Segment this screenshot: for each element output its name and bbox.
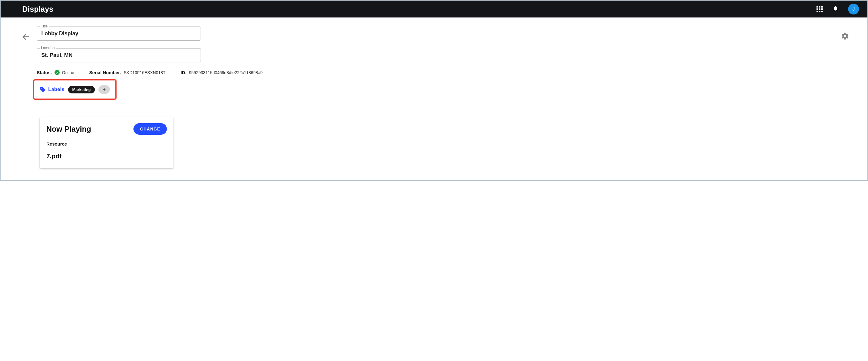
label-chip-marketing[interactable]: Marketing <box>68 86 95 93</box>
serial-item: Serial Number: SKD10F16ESXN018T <box>89 70 165 75</box>
status-check-icon <box>55 70 60 75</box>
location-field-wrapper: Location <box>37 48 201 62</box>
title-field-label: Title <box>40 24 49 28</box>
bell-icon[interactable] <box>833 5 838 13</box>
now-playing-card: Now Playing CHANGE Resource 7.pdf <box>40 117 174 168</box>
back-arrow-icon[interactable] <box>22 33 30 42</box>
resource-label: Resource <box>46 141 167 146</box>
add-label-button[interactable]: + <box>98 85 110 94</box>
serial-label: Serial Number: <box>89 70 121 75</box>
now-playing-title: Now Playing <box>46 125 91 133</box>
title-field-wrapper: Title <box>37 27 201 41</box>
title-input[interactable] <box>37 27 201 41</box>
change-button[interactable]: CHANGE <box>133 123 167 135</box>
topbar-actions: J <box>816 4 859 14</box>
id-label: ID: <box>181 70 187 75</box>
gear-icon[interactable] <box>841 32 849 41</box>
serial-value: SKD10F16ESXN018T <box>124 70 166 75</box>
meta-row: Status: Online Serial Number: SKD10F16ES… <box>37 70 849 75</box>
tags-icon <box>40 87 46 92</box>
id-value: 9592933115d0469d8dfe222c118698a9 <box>189 70 262 75</box>
location-field-label: Location <box>40 46 56 50</box>
location-input[interactable] <box>37 48 201 62</box>
topbar: Displays J <box>1 1 867 18</box>
card-header: Now Playing CHANGE <box>46 123 167 135</box>
status-label: Status: <box>37 70 52 75</box>
labels-link[interactable]: Labels <box>40 87 64 92</box>
content: Title Location Status: Online Serial Num… <box>1 18 867 180</box>
apps-icon[interactable] <box>816 6 823 12</box>
status-item: Status: Online <box>37 70 74 75</box>
status-value: Online <box>62 70 74 75</box>
id-item: ID: 9592933115d0469d8dfe222c118698a9 <box>181 70 262 75</box>
labels-row: Labels Marketing + <box>33 79 117 100</box>
fields: Title Location <box>37 27 201 62</box>
resource-value: 7.pdf <box>46 152 167 160</box>
avatar[interactable]: J <box>848 4 859 14</box>
page-title: Displays <box>22 5 53 13</box>
labels-link-text: Labels <box>48 87 64 92</box>
